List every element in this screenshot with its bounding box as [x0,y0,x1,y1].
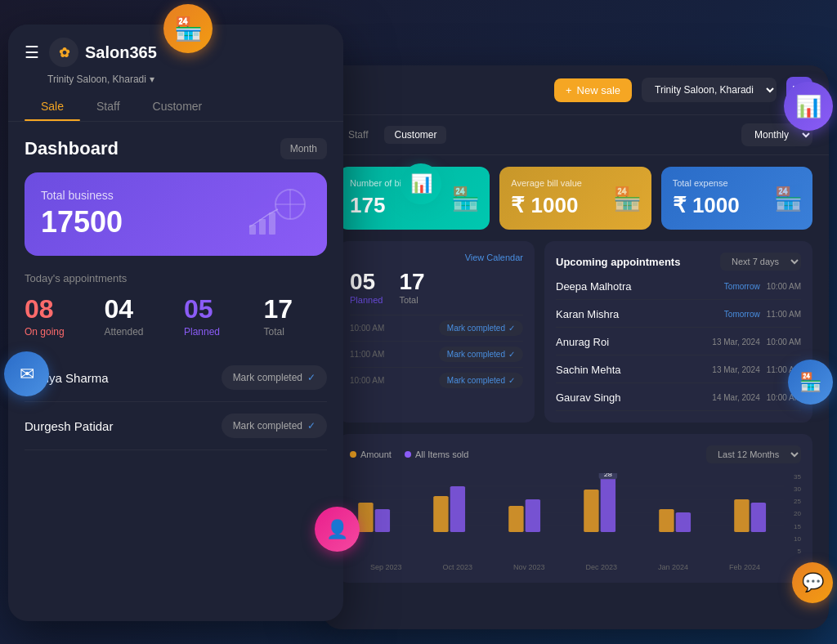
view-calendar-link[interactable]: View Calendar [465,253,523,262]
svg-rect-15 [450,486,465,532]
brand-name: Salon365 [85,43,157,62]
time-slot-0: 10:00 AM Mark completed ✓ [350,315,523,341]
planned-stat-num: 05 [350,269,383,295]
dashboard-title: Dashboard [25,138,119,159]
upcoming-day-4: 14 Mar, 2024 [712,393,759,402]
time-text-1: 11:00 AM [350,350,384,359]
list-item: Anurag Roi 13 Mar, 2024 10:00 AM [556,336,801,356]
bar-chart-svg: 28 [350,473,801,552]
month-badge[interactable]: Month [280,138,327,159]
legend-dot-items [405,451,411,458]
x-label-feb: Feb 2024 [729,563,760,571]
upcoming-day-2: 13 Mar, 2024 [712,338,759,347]
chart-float-top-right-icon[interactable]: 📊 [784,82,833,131]
stat-ongoing: 08 On going [25,294,88,338]
filter-tab-staff[interactable]: Staff [338,126,378,144]
total-stat-num: 17 [399,269,424,295]
check-icon-1: ✓ [307,420,316,432]
list-item: Gaurav Singh 14 Mar, 2024 10:00 AM [556,391,801,411]
chart-header: Amount All Items sold Last 12 Months [350,445,801,463]
location-select[interactable]: Trinity Saloon, Kharadi [642,78,777,102]
check-small-0: ✓ [508,324,515,333]
list-item: Karan Mishra Tomorrow 11:00 AM [556,308,801,328]
business-chart-icon [245,188,311,240]
time-slot-2: 10:00 AM Mark completed ✓ [350,367,523,393]
y-label-35: 35 [794,473,801,481]
filter-tabs: Staff Customer [338,126,446,144]
table-row: Durgesh Patidar Mark completed ✓ [25,402,327,450]
upcoming-day-3: 13 Mar, 2024 [712,365,759,374]
total-stat: 17 Total [399,269,424,305]
attended-number: 04 [105,294,168,324]
appointment-name-1: Durgesh Patidar [25,419,113,433]
new-sale-button[interactable]: + New sale [554,78,632,102]
total-stat-label: Total [399,295,424,305]
mark-btn-1[interactable]: Mark completed ✓ [439,347,523,362]
email-float-icon[interactable]: ✉ [4,351,49,396]
mark-complete-btn-0[interactable]: Mark completed ✓ [222,365,327,390]
total-business-card: Total business 17500 [25,172,327,256]
store-right-icon: 🏪 [799,372,821,393]
tab-staff[interactable]: Staff [80,92,137,121]
right-dashboard-card: + New sale Trinity Saloon, Kharadi KB St… [322,65,829,629]
appt-stats: 05 Planned 17 Total [350,269,523,305]
dashboard-body: View Calendar 05 Planned 17 Total 10:00 … [322,241,829,434]
store-icon: 🏪 [174,16,203,42]
right-header: + New sale Trinity Saloon, Kharadi KB [322,65,829,115]
avatar-icon: 👤 [326,519,348,540]
left-content: Dashboard Month Total business 17500 Tod… [8,122,343,467]
next7-select[interactable]: Next 7 days [720,253,801,271]
mark-btn-2[interactable]: Mark completed ✓ [439,373,523,388]
upcoming-header: Upcoming appointments Next 7 days [556,253,801,271]
attended-label: Attended [105,326,168,338]
ongoing-number: 08 [25,294,88,324]
stat-planned: 05 Planned [184,294,248,338]
y-label-30: 30 [794,485,801,493]
salon-subtitle: Trinity Saloon, Kharadi ▾ [8,74,343,85]
hamburger-menu-icon[interactable]: ☰ [25,42,39,62]
table-row: Soniya Sharma Mark completed ✓ [25,354,327,402]
metric-card-avg-bill: Average bill value ₹ 1000 🏪 [499,167,651,230]
x-label-nov: Nov 2023 [513,563,545,571]
appointments-panel: View Calendar 05 Planned 17 Total 10:00 … [338,241,535,423]
chart-legend: Amount All Items sold [350,449,468,459]
chart-container: Amount All Items sold Last 12 Months [338,434,812,583]
check-small-1: ✓ [508,350,515,359]
x-label-sep: Sep 2023 [370,563,402,571]
chart-period-select[interactable]: Last 12 Months [706,445,801,463]
upcoming-time-0: 10:00 AM [767,282,801,291]
chat-float-bottom-icon[interactable]: 💬 [792,562,833,603]
upcoming-name-3: Sachin Mehta [556,364,712,376]
expense-icon: 🏪 [774,185,803,212]
planned-number: 05 [184,294,248,324]
avatar-float-icon[interactable]: 👤 [315,507,360,552]
store-float-right-icon[interactable]: 🏪 [788,360,833,405]
filter-tab-customer[interactable]: Customer [384,126,446,144]
check-icon-0: ✓ [307,372,316,383]
mark-complete-btn-1[interactable]: Mark completed ✓ [222,414,327,438]
store-float-top-icon[interactable]: 🏪 [163,4,213,53]
x-label-oct: Oct 2023 [442,563,472,571]
total-label: Total [264,326,328,338]
legend-items-sold: All Items sold [405,449,468,459]
metric-card-expense: Total expense ₹ 1000 🏪 [661,167,812,230]
left-tabs: Sale Staff Customer [8,92,343,122]
upcoming-day-1: Tomorrow [724,310,760,319]
chart-area: Amount All Items sold Last 12 Months [322,434,829,594]
dashboard-header: Dashboard Month [25,138,327,159]
bar-chart: 28 Sep 2023 Oct 2023 Nov 2023 Dec 2023 J… [350,473,801,571]
svg-rect-17 [526,499,540,532]
svg-text:28: 28 [604,473,613,478]
legend-dot-amount [350,451,356,458]
planned-stat-label: Planned [350,295,383,305]
legend-amount: Amount [350,449,392,459]
total-number: 17 [264,294,328,324]
mark-btn-0[interactable]: Mark completed ✓ [439,320,523,336]
chart-float-mid-icon[interactable]: 📊 [401,163,441,204]
upcoming-title: Upcoming appointments [556,256,680,268]
y-label-20: 20 [794,510,801,517]
svg-rect-16 [508,506,523,532]
upcoming-list: Deepa Malhotra Tomorrow 10:00 AM Karan M… [556,280,801,411]
tab-sale[interactable]: Sale [25,92,80,121]
tab-customer[interactable]: Customer [137,92,219,121]
